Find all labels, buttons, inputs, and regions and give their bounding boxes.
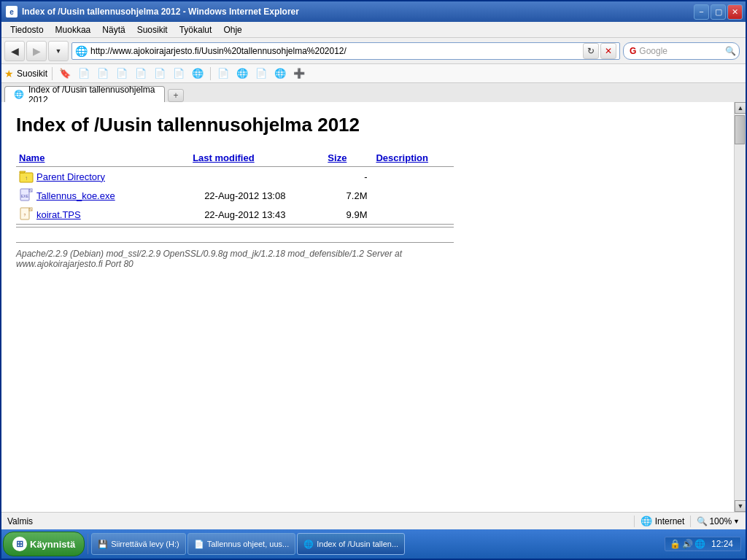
fav-icon-add[interactable]: ➕ [291,66,307,82]
window-title: Index of /Uusin tallennusohjelma 2012 - … [22,7,299,17]
title-bar: e Index of /Uusin tallennusohjelma 2012 … [1,1,746,22]
status-divider-1 [634,516,635,527]
svg-marker-1 [20,171,26,173]
restore-button[interactable]: ▢ [711,4,726,20]
file-size: 7.2M [325,186,373,205]
tab-active[interactable]: 🌐 Index of /Uusin tallennusohjelma 2012 [4,86,165,102]
svg-text:↑: ↑ [25,175,28,182]
search-bar[interactable]: G Google 🔍 [623,42,740,60]
file-description [373,205,454,225]
server-info: Apache/2.2.9 (Debian) mod_ssl/2.2.9 Open… [16,242,454,269]
fav-icon-8[interactable]: 📄 [215,66,231,82]
file-modified: 22-Aug-2012 13:08 [190,186,325,205]
tray-icon-3: 🌐 [694,539,705,549]
task-icon-0: 💾 [98,540,108,549]
taskbar-sep [88,534,88,554]
close-button[interactable]: ✕ [727,4,743,20]
toolbar: ◀ ▶ ▼ 🌐 http://www.ajokoirajarjesto.fi/U… [1,38,746,64]
fav-divider-2 [210,67,211,80]
fav-icon-6[interactable]: 📄 [152,66,168,82]
clock: 12:24 [708,539,736,549]
menu-nayta[interactable]: Näytä [96,23,131,36]
menu-tyokalut[interactable]: Työkalut [174,23,218,36]
fav-icon-2[interactable]: 📄 [76,66,92,82]
zone-label: Internet [655,516,685,526]
file-link[interactable]: Tallennus_koe.exe [36,190,115,201]
menu-bar: Tiedosto Muokkaa Näytä Suosikit Työkalut… [1,22,746,38]
back-button[interactable]: ◀ [4,41,25,61]
fav-icon-3[interactable]: 📄 [95,66,111,82]
status-text: Valmis [7,516,628,526]
status-zone: 🌐 Internet [640,516,685,526]
fav-icon-4[interactable]: 📄 [114,66,130,82]
search-icon[interactable]: 🔍 [725,46,736,56]
app-icon: e [6,6,18,18]
fav-icon-7[interactable]: 📄 [171,66,187,82]
taskbar: ⊞ Käynnistä 💾 Siirrettävä levy (H:) 📄 Ta… [1,529,746,559]
taskbar-task-1[interactable]: 📄 Tallennus ohjeet, uus... [187,533,296,555]
file-modified: 22-Aug-2012 13:43 [190,205,325,225]
scrollbar-track[interactable] [735,114,746,500]
fav-icon-11[interactable]: 🌐 [272,66,288,82]
menu-ohje[interactable]: Ohje [217,23,247,36]
table-row: ↑Parent Directory- [16,167,454,187]
zone-icon: 🌐 [640,516,652,526]
address-url[interactable]: http://www.ajokoirajarjesto.fi/Uusin%20t… [90,46,581,56]
minimize-button[interactable]: − [694,4,709,20]
scrollbar[interactable]: ▲ ▼ [734,102,746,512]
file-link[interactable]: Parent Directory [36,171,105,182]
zoom-chevron-icon: ▼ [733,518,740,525]
favorites-label[interactable]: Suosikit [17,69,47,79]
zoom-level: 100% [709,516,732,526]
window-controls: − ▢ ✕ [694,4,743,20]
fav-ie-icon[interactable]: 🌐 [190,66,206,82]
file-modified [190,167,325,187]
favorites-star-icon: ★ [4,68,14,79]
file-link[interactable]: koirat.TPS [36,209,81,220]
stop-button[interactable]: ✕ [600,43,616,59]
fav-icon-5[interactable]: 📄 [133,66,149,82]
taskbar-task-0[interactable]: 💾 Siirrettävä levy (H:) [91,533,186,555]
refresh-button[interactable]: ↻ [583,43,599,59]
svg-line-5 [29,189,32,192]
file-name-cell: ?koirat.TPS [16,205,190,225]
address-bar: 🌐 http://www.ajokoirajarjesto.fi/Uusin%2… [71,42,620,60]
svg-line-9 [29,208,32,211]
new-tab-button[interactable]: + [168,89,184,102]
file-size: - [325,167,373,187]
start-button[interactable]: ⊞ Käynnistä [3,532,85,556]
directory-table: Name Last modified Size Description ↑Pa [16,151,454,228]
col-modified-link[interactable]: Last modified [193,152,255,163]
status-divider-2 [690,516,691,527]
fav-icon-10[interactable]: 📄 [253,66,269,82]
table-row: ?koirat.TPS22-Aug-2012 13:439.9M [16,205,454,225]
task-label-2: Index of /Uusin tallen... [317,540,398,548]
file-size: 9.9M [325,205,373,225]
taskbar-right: 🔒 🔊 🌐 12:24 [665,537,744,551]
menu-tiedosto[interactable]: Tiedosto [4,23,50,36]
col-size-link[interactable]: Size [328,152,347,163]
fav-icon-9[interactable]: 🌐 [234,66,250,82]
start-label: Käynnistä [30,539,75,550]
favorites-bar: ★ Suosikit 🔖 📄 📄 📄 📄 📄 📄 🌐 📄 🌐 📄 🌐 ➕ [1,64,746,83]
menu-muokkaa[interactable]: Muokkaa [50,23,97,36]
forward-button[interactable]: ▶ [26,41,47,61]
file-description [373,186,454,205]
fav-icon-1[interactable]: 🔖 [57,66,73,82]
windows-logo: ⊞ [12,537,27,551]
task-label-0: Siirrettävä levy (H:) [111,540,179,548]
menu-suosikit[interactable]: Suosikit [131,23,174,36]
scroll-up-button[interactable]: ▲ [735,102,746,114]
col-name-link[interactable]: Name [19,152,44,163]
col-description-link[interactable]: Description [376,152,428,163]
taskbar-task-2[interactable]: 🌐 Index of /Uusin tallen... [297,533,405,555]
task-icon-2: 🌐 [303,540,314,549]
scroll-down-button[interactable]: ▼ [735,500,746,512]
status-zoom[interactable]: 🔍 100% ▼ [697,516,740,526]
svg-text:?: ? [24,213,26,217]
task-label-1: Tallennus ohjeet, uus... [207,540,290,548]
file-icon: ? [19,207,34,222]
scrollbar-thumb[interactable] [735,115,745,144]
search-placeholder: Google [639,46,725,56]
dropdown-button[interactable]: ▼ [48,41,69,61]
